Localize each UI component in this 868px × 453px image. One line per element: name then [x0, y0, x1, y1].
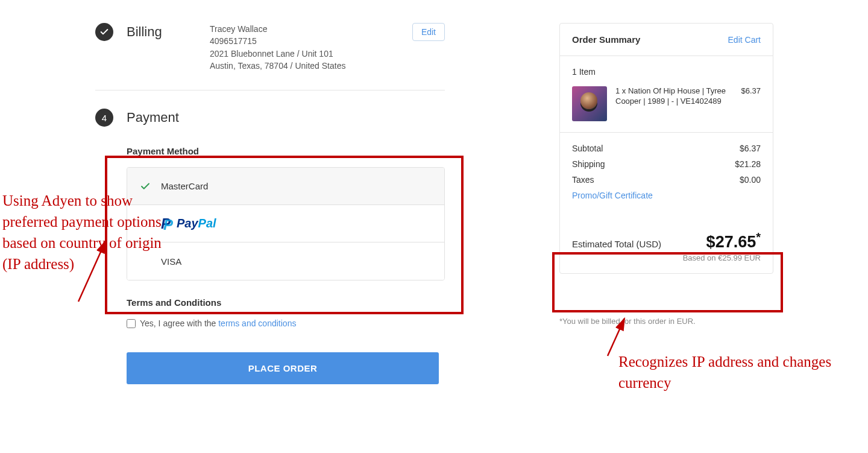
- terms-checkbox[interactable]: [127, 319, 136, 328]
- total-subtext: Based on €25.99 EUR: [572, 253, 761, 262]
- payment-option-paypal[interactable]: PP PayPal: [127, 205, 444, 242]
- order-summary-title: Order Summary: [572, 34, 640, 45]
- cart-item: 1 x Nation Of Hip House | Tyree Cooper |…: [572, 86, 761, 121]
- billing-address: Tracey Wallace 4096517715 2021 Bluebonne…: [210, 23, 345, 72]
- billing-note: *You will be billed for this order in EU…: [559, 317, 773, 326]
- terms-link[interactable]: terms and conditions: [218, 318, 296, 328]
- promo-link-row: Promo/Gift Certificate: [572, 191, 761, 200]
- step-number-badge: 4: [95, 109, 113, 127]
- taxes-value: $0.00: [740, 175, 761, 185]
- payment-method-heading: Payment Method: [127, 146, 445, 156]
- line-shipping: Shipping $21.28: [572, 159, 761, 169]
- payment-method-list: MasterCard PP PayPal VISA: [127, 167, 445, 280]
- subtotal-value: $6.37: [740, 144, 761, 153]
- terms-prefix: Yes, I agree with the: [140, 318, 218, 328]
- shipping-label: Shipping: [572, 159, 605, 169]
- payment-option-mastercard[interactable]: MasterCard: [127, 168, 444, 205]
- item-name: 1 x Nation Of Hip House | Tyree Cooper |…: [615, 86, 732, 121]
- payment-option-visa[interactable]: VISA: [127, 242, 444, 280]
- taxes-label: Taxes: [572, 175, 594, 185]
- item-price: $6.37: [741, 86, 761, 121]
- total-amount: $27.65*: [706, 230, 761, 252]
- edit-billing-button[interactable]: Edit: [412, 23, 445, 41]
- subtotal-label: Subtotal: [572, 144, 603, 153]
- check-icon: [95, 23, 113, 41]
- terms-row: Yes, I agree with the terms and conditio…: [127, 318, 445, 328]
- line-taxes: Taxes $0.00: [572, 175, 761, 185]
- items-count: 1 Item: [572, 67, 761, 77]
- annotation-right: Recognizes IP address and changes curren…: [618, 351, 860, 393]
- divider: [95, 90, 445, 90]
- mastercard-label: MasterCard: [161, 181, 208, 191]
- shipping-value: $21.28: [735, 159, 761, 169]
- promo-link[interactable]: Promo/Gift Certificate: [572, 191, 653, 200]
- line-subtotal: Subtotal $6.37: [572, 144, 761, 153]
- billing-line2: Austin, Texas, 78704 / United States: [210, 60, 345, 72]
- payment-section-header: 4 Payment: [95, 109, 445, 127]
- billing-title: Billing: [127, 24, 162, 40]
- paypal-logo: PP PayPal: [161, 217, 216, 231]
- billing-section: Billing Tracey Wallace 4096517715 2021 B…: [95, 23, 445, 72]
- item-thumbnail: [572, 86, 607, 121]
- place-order-button[interactable]: PLACE ORDER: [127, 352, 439, 384]
- billing-line1: 2021 Bluebonnet Lane / Unit 101: [210, 48, 345, 60]
- total-label: Estimated Total (USD): [572, 239, 661, 249]
- terms-heading: Terms and Conditions: [127, 297, 445, 308]
- annotation-left: Using Adyen to show preferred payment op…: [2, 190, 165, 274]
- order-summary: Order Summary Edit Cart 1 Item 1 x Natio…: [559, 23, 773, 274]
- billing-name: Tracey Wallace: [210, 23, 345, 35]
- edit-cart-link[interactable]: Edit Cart: [728, 35, 761, 45]
- billing-phone: 4096517715: [210, 35, 345, 47]
- payment-title: Payment: [127, 110, 179, 125]
